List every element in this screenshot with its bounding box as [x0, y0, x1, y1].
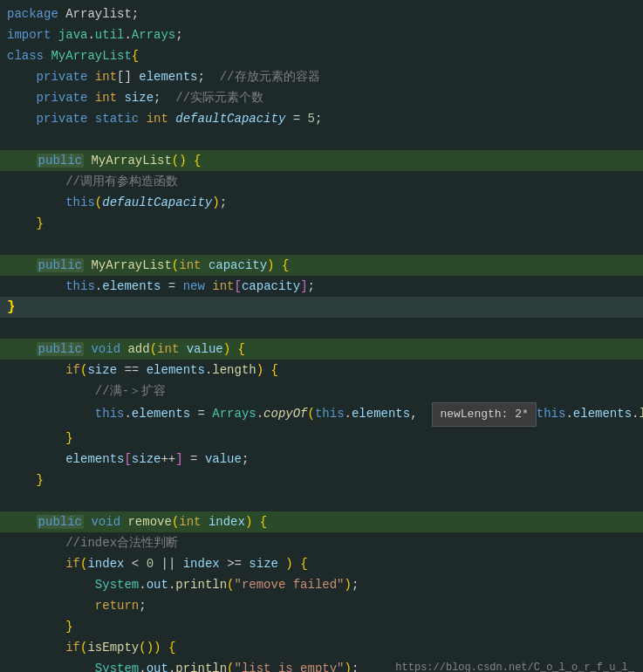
- line-28: System.out.println("remove failed");: [0, 574, 643, 595]
- line-17: public void add(int value) {: [0, 339, 643, 360]
- line-15: }: [0, 297, 643, 318]
- line-6: private static int defaultCapacity = 5;: [0, 108, 643, 129]
- line-1: package Arraylist;: [0, 3, 643, 24]
- line-8: public MyArrayList() {: [0, 150, 643, 171]
- line-18: if(size == elements.length) {: [0, 360, 643, 381]
- line-25: public void remove(int index) {: [0, 511, 643, 532]
- line-30: }: [0, 616, 643, 637]
- watermark: https://blog.csdn.net/C_o_l_o_r_f_u_l_: [395, 662, 634, 672]
- line-27: if(index < 0 || index >= size ) {: [0, 553, 643, 574]
- line-20: this.elements = Arrays.copyOf(this.eleme…: [0, 401, 643, 428]
- line-2: import java.util.Arrays;: [0, 24, 643, 45]
- line-24: [0, 490, 643, 511]
- line-12: [0, 234, 643, 255]
- line-26: //index合法性判断: [0, 532, 643, 553]
- line-5: private int size; //实际元素个数: [0, 87, 643, 108]
- line-21: }: [0, 428, 643, 449]
- line-23: }: [0, 470, 643, 490]
- line-22: elements[size++] = value;: [0, 449, 643, 470]
- line-7: [0, 129, 643, 150]
- line-9: //调用有参构造函数: [0, 171, 643, 192]
- line-31: if(isEmpty()) {: [0, 637, 643, 658]
- line-29: return;: [0, 595, 643, 616]
- tooltip-newlength: newLength: 2*: [432, 402, 536, 427]
- line-19: //满-＞扩容: [0, 381, 643, 401]
- line-13: public MyArrayList(int capacity) {: [0, 255, 643, 276]
- line-3: class MyArrayList{: [0, 45, 643, 66]
- line-4: private int[] elements; //存放元素的容器: [0, 66, 643, 87]
- line-10: this(defaultCapacity);: [0, 192, 643, 213]
- code-editor: package Arraylist; import java.util.Arra…: [0, 0, 643, 672]
- line-11: }: [0, 213, 643, 234]
- line-16: [0, 318, 643, 339]
- line-14: this.elements = new int[capacity];: [0, 276, 643, 297]
